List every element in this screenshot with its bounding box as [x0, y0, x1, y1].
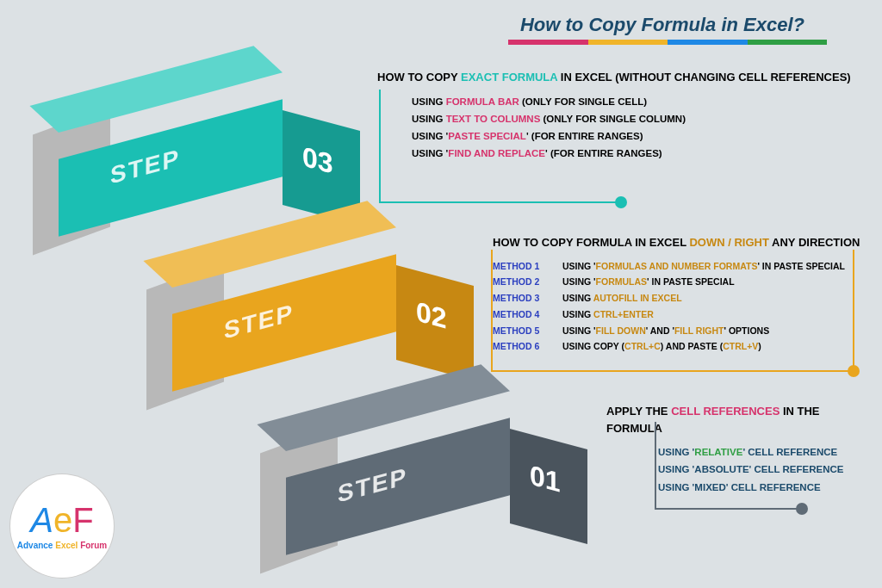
step-2-method: METHOD 3 USING AUTOFILL IN EXCEL: [493, 292, 880, 306]
connector-dot: [796, 503, 808, 515]
step-1-item: USING 'MIXED' CELL REFERENCE: [658, 480, 873, 495]
rainbow-divider: [508, 40, 827, 45]
step-2-method: METHOD 4 USING CTRL+ENTER: [493, 308, 880, 322]
logo-icon: AeF: [30, 503, 93, 537]
step-1-heading: APPLY THE CELL REFERENCES IN THE FORMULA: [606, 403, 873, 436]
step-2-block: STEP 02: [172, 284, 465, 387]
step-3-panel: HOW TO COPY EXACT FORMULA IN EXCEL (WITH…: [377, 69, 860, 164]
step-2-panel: HOW TO COPY FORMULA IN EXCEL DOWN / RIGH…: [493, 234, 880, 356]
step-2-heading: HOW TO COPY FORMULA IN EXCEL DOWN / RIGH…: [493, 234, 880, 251]
connector-dot: [848, 365, 860, 377]
step-1-panel: APPLY THE CELL REFERENCES IN THE FORMULA…: [606, 403, 873, 498]
step-3-item: USING 'PASTE SPECIAL' (FOR ENTIRE RANGES…: [412, 129, 860, 144]
connector-dot: [615, 196, 627, 208]
brand-text: Advance Excel Forum: [17, 541, 108, 550]
step-1-block: STEP 01: [286, 448, 579, 551]
step-2-method: METHOD 2 USING 'FORMULAS' IN PASTE SPECI…: [493, 275, 880, 289]
step-3-heading: HOW TO COPY EXACT FORMULA IN EXCEL (WITH…: [377, 69, 860, 86]
brand-logo: AeF Advance Excel Forum: [10, 474, 114, 578]
step-1-item: USING 'RELATIVE' CELL REFERENCE: [658, 445, 873, 460]
step-1-item: USING 'ABSOLUTE' CELL REFERENCE: [658, 462, 873, 477]
page-title: How to Copy Formula in Excel?: [520, 14, 804, 36]
step-2-method: METHOD 1 USING 'FORMULAS AND NUMBER FORM…: [493, 260, 880, 274]
step-2-method: METHOD 5 USING 'FILL DOWN' AND 'FILL RIG…: [493, 325, 880, 338]
step-3-item: USING FORMULA BAR (ONLY FOR SINGLE CELL): [412, 95, 860, 109]
step-3-item: USING TEXT TO COLUMNS (ONLY FOR SINGLE C…: [412, 112, 860, 127]
step-2-method: METHOD 6 USING COPY (CTRL+C) AND PASTE (…: [493, 340, 880, 354]
step-3-item: USING 'FIND AND REPLACE' (FOR ENTIRE RAN…: [412, 146, 860, 161]
